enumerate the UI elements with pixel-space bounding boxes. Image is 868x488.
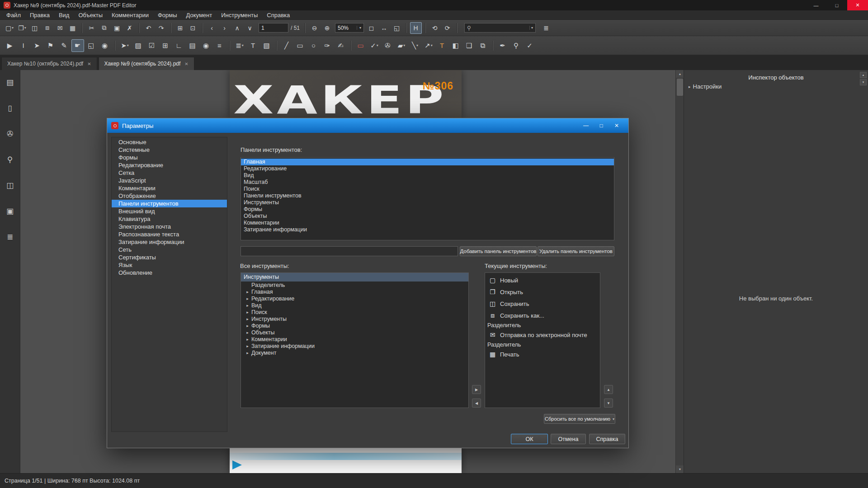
menu-item[interactable]: Файл <box>2 11 25 19</box>
window-close-button[interactable]: ✕ <box>847 0 868 10</box>
settings-category-item[interactable]: Сеть <box>112 246 227 253</box>
next-page-button[interactable]: › <box>219 22 231 34</box>
dialog-maximize-button[interactable]: □ <box>594 120 609 131</box>
edit-text-button[interactable]: T <box>436 39 448 52</box>
current-tool-item[interactable]: ▢ Новый <box>485 274 600 286</box>
settings-category-item[interactable]: Затирание информации <box>112 238 227 246</box>
current-tool-item[interactable]: ◫ Сохранить <box>485 298 600 310</box>
tab-close-icon[interactable]: ✕ <box>184 61 188 66</box>
expand-arrow-icon[interactable]: ▸ <box>245 290 250 294</box>
delete-button[interactable]: ✗ <box>124 22 136 34</box>
radio-button-tool[interactable]: ◉ <box>200 39 212 52</box>
menu-item[interactable]: Комментарии <box>107 11 153 19</box>
page-down-button[interactable]: ∨ <box>244 22 256 34</box>
ok-button[interactable]: ОК <box>511 434 548 444</box>
undo-button[interactable]: ↶ <box>143 22 155 34</box>
thumbnails-panel-button[interactable]: ▤ <box>3 76 17 88</box>
all-tools-item[interactable]: ▸ Формы <box>241 322 468 329</box>
chevron-down-icon[interactable]: ▾ <box>357 26 363 30</box>
add-toolbar-button[interactable]: Добавить панель инструментов <box>460 246 537 256</box>
toolbar-list-item[interactable]: Формы <box>241 206 614 213</box>
zoom-out-button[interactable]: ⊖ <box>309 22 321 34</box>
bookmarks-panel-button[interactable]: ▯ <box>3 102 17 114</box>
document-tab[interactable]: Хакер №9 (сентябрь 2024).pdf ✕ <box>99 57 194 70</box>
current-tool-item[interactable]: ▦ Печать <box>485 348 600 360</box>
menu-item[interactable]: Справка <box>262 11 294 19</box>
list-tool-button[interactable]: ≣▾ <box>233 39 246 52</box>
fit-page-button[interactable]: ◻ <box>366 22 377 34</box>
open-document-button[interactable]: ❐▾ <box>16 22 28 34</box>
scroll-up-icon[interactable]: ▲ <box>676 70 684 78</box>
save-as-button[interactable]: ⧈ <box>42 22 53 34</box>
menu-item[interactable]: Документ <box>182 11 217 19</box>
window-minimize-button[interactable]: — <box>806 0 826 10</box>
signature-tool-button[interactable]: ✍ <box>335 39 347 52</box>
select-object-button[interactable]: ➤ <box>31 39 43 52</box>
all-tools-item[interactable]: ▸ Затирание информации <box>241 343 468 349</box>
insert-image-button[interactable]: ▧ <box>260 39 273 52</box>
remove-toolbar-button[interactable]: Удалить панель инструментов <box>538 246 614 256</box>
search-panel-button[interactable]: ⚲ <box>3 154 17 165</box>
settings-category-item[interactable]: Обновление <box>112 269 227 277</box>
pen-tool-button[interactable]: ✑ <box>321 39 334 52</box>
validate-button[interactable]: ✓ <box>524 39 536 52</box>
window-maximize-button[interactable]: □ <box>826 0 847 10</box>
redo-button[interactable]: ↷ <box>156 22 167 34</box>
all-tools-item[interactable]: ▸ Комментарии <box>241 336 468 343</box>
snap-to-grid-button[interactable]: ⊡ <box>187 22 199 34</box>
previous-page-button[interactable]: ‹ <box>206 22 218 34</box>
all-tools-item[interactable]: ▸ Поиск <box>241 309 468 315</box>
settings-category-item[interactable]: Основные <box>112 138 227 146</box>
select-text-button[interactable]: I <box>17 39 30 52</box>
menu-item[interactable]: Формы <box>153 11 182 19</box>
remove-tool-button[interactable]: ◀ <box>472 399 481 408</box>
table-tool-button[interactable]: ⊞ <box>159 39 172 52</box>
settings-category-item[interactable]: Панели инструментов <box>112 200 227 207</box>
chevron-down-icon[interactable]: ▾ <box>529 26 534 30</box>
toolbar-list-item[interactable]: Комментарии <box>241 220 614 226</box>
expand-arrow-icon[interactable]: ▸ <box>689 84 691 89</box>
tab-close-icon[interactable]: ✕ <box>87 61 91 66</box>
settings-category-item[interactable]: Распознавание текста <box>112 230 227 238</box>
toolbar-options-button[interactable]: ≣ <box>540 22 552 34</box>
zoom-in-button[interactable]: ⊕ <box>321 22 333 34</box>
expand-arrow-icon[interactable]: ▸ <box>245 330 250 335</box>
form-fields-panel-button[interactable]: ◫ <box>3 179 17 191</box>
copy-button[interactable]: ⧉ <box>99 22 110 34</box>
expand-arrow-icon[interactable]: ▸ <box>245 337 250 342</box>
highlight-tool-button[interactable]: ▰▾ <box>395 39 408 52</box>
arrow-tool-button[interactable]: ↗▾ <box>422 39 435 52</box>
document-tab[interactable]: Хакер №10 (октябрь 2024).pdf ✕ <box>1 57 97 70</box>
run-forms-button[interactable]: ▶ <box>4 39 16 52</box>
clone-tool-button[interactable]: ⧉ <box>476 39 489 52</box>
cancel-button[interactable]: Отмена <box>551 434 586 444</box>
ruler-tool-button[interactable]: ∟ <box>173 39 185 52</box>
approve-tool-button[interactable]: ✓▾ <box>368 39 381 52</box>
highlight-fields-button[interactable]: H <box>410 22 422 34</box>
stamps-panel-button[interactable]: ▣ <box>3 205 17 217</box>
settings-category-item[interactable]: Формы <box>112 154 227 161</box>
expand-arrow-icon[interactable]: ▸ <box>245 317 250 321</box>
grid-button[interactable]: ⊞ <box>175 22 186 34</box>
toolbar-list-item[interactable]: Инструменты <box>241 199 614 206</box>
all-tools-item[interactable]: ▸ Документ <box>241 349 468 356</box>
current-tool-item[interactable]: ✉ Отправка по электронной почте <box>485 329 600 341</box>
expand-arrow-icon[interactable]: ▸ <box>245 303 250 308</box>
settings-category-item[interactable]: Клавиатура <box>112 215 227 223</box>
all-tools-item[interactable]: ▸ Редактирование <box>241 295 468 302</box>
search-input[interactable] <box>471 25 529 31</box>
ink-signature-button[interactable]: ✒ <box>496 39 509 52</box>
cut-button[interactable]: ✂ <box>86 22 98 34</box>
scrollbar-thumb[interactable] <box>677 79 683 96</box>
inspector-settings-node[interactable]: ▸ Настройки <box>689 83 722 90</box>
combobox-tool-button[interactable]: ≡ <box>213 39 226 52</box>
toolbar-list-item[interactable]: Редактирование <box>241 165 614 172</box>
toolbar-list-item[interactable]: Объекты <box>241 213 614 220</box>
settings-category-item[interactable]: Внешний вид <box>112 207 227 215</box>
crop-button[interactable]: ◱ <box>85 39 98 52</box>
move-tool-down-button[interactable]: ▼ <box>604 399 613 408</box>
loupe-tool-button[interactable]: ⚲ <box>510 39 523 52</box>
toolbar-list-item[interactable]: Затирание информации <box>241 226 614 233</box>
rotate-ccw-button[interactable]: ⟲ <box>429 22 441 34</box>
expand-arrow-icon[interactable]: ▸ <box>245 310 250 314</box>
